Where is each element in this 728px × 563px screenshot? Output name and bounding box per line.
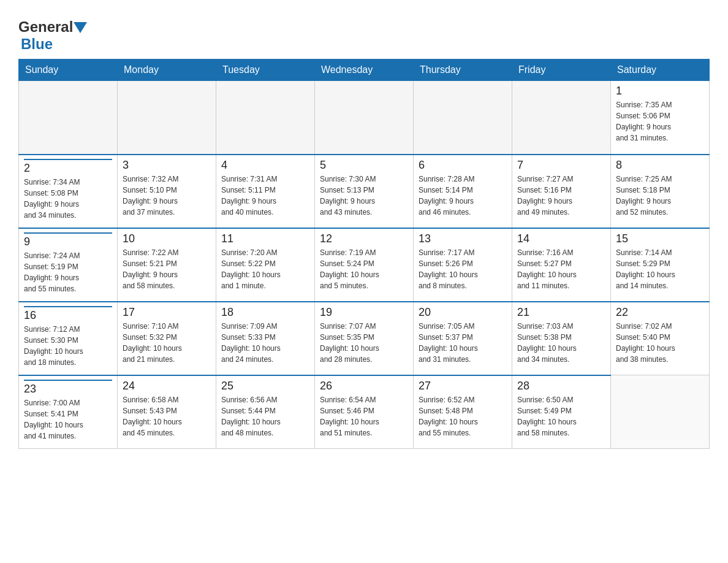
- svg-marker-0: [74, 22, 87, 33]
- calendar-cell: 22Sunrise: 7:02 AM Sunset: 5:40 PM Dayli…: [611, 302, 710, 375]
- calendar-cell: 21Sunrise: 7:03 AM Sunset: 5:38 PM Dayli…: [512, 302, 611, 375]
- calendar-cell: [414, 81, 512, 155]
- calendar-cell: [611, 375, 710, 449]
- day-info: Sunrise: 7:31 AM Sunset: 5:11 PM Dayligh…: [221, 174, 309, 218]
- calendar-cell: 13Sunrise: 7:17 AM Sunset: 5:26 PM Dayli…: [414, 228, 512, 302]
- day-info: Sunrise: 6:54 AM Sunset: 5:46 PM Dayligh…: [320, 394, 408, 439]
- day-info: Sunrise: 7:00 AM Sunset: 5:41 PM Dayligh…: [24, 397, 112, 442]
- calendar-cell: [512, 81, 611, 155]
- day-info: Sunrise: 7:35 AM Sunset: 5:06 PM Dayligh…: [616, 99, 704, 144]
- day-number: 24: [123, 380, 211, 393]
- day-info: Sunrise: 7:20 AM Sunset: 5:22 PM Dayligh…: [221, 247, 309, 291]
- day-info: Sunrise: 7:14 AM Sunset: 5:29 PM Dayligh…: [616, 247, 704, 291]
- day-number: 6: [419, 159, 507, 172]
- day-number: 23: [24, 380, 112, 396]
- day-number: 1: [616, 85, 704, 98]
- week-row-3: 9Sunrise: 7:24 AM Sunset: 5:19 PM Daylig…: [19, 228, 710, 302]
- calendar-cell: 16Sunrise: 7:12 AM Sunset: 5:30 PM Dayli…: [19, 302, 118, 375]
- day-number: 19: [320, 306, 408, 319]
- calendar-cell: 2Sunrise: 7:34 AM Sunset: 5:08 PM Daylig…: [19, 155, 118, 228]
- calendar-cell: 18Sunrise: 7:09 AM Sunset: 5:33 PM Dayli…: [216, 302, 315, 375]
- day-info: Sunrise: 6:52 AM Sunset: 5:48 PM Dayligh…: [419, 394, 507, 439]
- day-info: Sunrise: 7:19 AM Sunset: 5:24 PM Dayligh…: [320, 247, 408, 291]
- day-number: 26: [320, 380, 408, 393]
- calendar-cell: 4Sunrise: 7:31 AM Sunset: 5:11 PM Daylig…: [216, 155, 315, 228]
- day-info: Sunrise: 7:02 AM Sunset: 5:40 PM Dayligh…: [616, 321, 704, 365]
- day-info: Sunrise: 6:58 AM Sunset: 5:43 PM Dayligh…: [123, 394, 211, 439]
- day-info: Sunrise: 7:09 AM Sunset: 5:33 PM Dayligh…: [221, 321, 309, 365]
- calendar-cell: 20Sunrise: 7:05 AM Sunset: 5:37 PM Dayli…: [414, 302, 512, 375]
- day-info: Sunrise: 7:17 AM Sunset: 5:26 PM Dayligh…: [419, 247, 507, 291]
- weekday-header-friday: Friday: [512, 59, 611, 81]
- day-number: 14: [517, 232, 605, 245]
- page-header: General Blue: [18, 12, 710, 53]
- weekday-header-tuesday: Tuesday: [216, 59, 315, 81]
- week-row-4: 16Sunrise: 7:12 AM Sunset: 5:30 PM Dayli…: [19, 302, 710, 375]
- calendar-cell: 15Sunrise: 7:14 AM Sunset: 5:29 PM Dayli…: [611, 228, 710, 302]
- week-row-1: 1Sunrise: 7:35 AM Sunset: 5:06 PM Daylig…: [19, 81, 710, 155]
- calendar-cell: 27Sunrise: 6:52 AM Sunset: 5:48 PM Dayli…: [414, 375, 512, 449]
- calendar-cell: 23Sunrise: 7:00 AM Sunset: 5:41 PM Dayli…: [19, 375, 118, 449]
- day-number: 25: [221, 380, 309, 393]
- day-info: Sunrise: 7:34 AM Sunset: 5:08 PM Dayligh…: [24, 177, 112, 221]
- calendar-cell: 25Sunrise: 6:56 AM Sunset: 5:44 PM Dayli…: [216, 375, 315, 449]
- day-info: Sunrise: 7:10 AM Sunset: 5:32 PM Dayligh…: [123, 321, 211, 365]
- calendar-cell: 1Sunrise: 7:35 AM Sunset: 5:06 PM Daylig…: [611, 81, 710, 155]
- calendar-cell: 11Sunrise: 7:20 AM Sunset: 5:22 PM Dayli…: [216, 228, 315, 302]
- day-number: 10: [123, 232, 211, 245]
- weekday-header-thursday: Thursday: [414, 59, 512, 81]
- day-info: Sunrise: 7:30 AM Sunset: 5:13 PM Dayligh…: [320, 174, 408, 218]
- day-number: 18: [221, 306, 309, 319]
- day-number: 17: [123, 306, 211, 319]
- day-info: Sunrise: 6:56 AM Sunset: 5:44 PM Dayligh…: [221, 394, 309, 439]
- weekday-header-wednesday: Wednesday: [315, 59, 414, 81]
- logo[interactable]: General Blue: [18, 12, 87, 53]
- day-info: Sunrise: 7:16 AM Sunset: 5:27 PM Dayligh…: [517, 247, 605, 291]
- logo-general: General: [18, 18, 73, 36]
- day-number: 20: [419, 306, 507, 319]
- day-info: Sunrise: 7:24 AM Sunset: 5:19 PM Dayligh…: [24, 250, 112, 294]
- calendar-cell: 10Sunrise: 7:22 AM Sunset: 5:21 PM Dayli…: [118, 228, 216, 302]
- calendar-cell: 9Sunrise: 7:24 AM Sunset: 5:19 PM Daylig…: [19, 228, 118, 302]
- calendar-cell: 28Sunrise: 6:50 AM Sunset: 5:49 PM Dayli…: [512, 375, 611, 449]
- day-info: Sunrise: 7:12 AM Sunset: 5:30 PM Dayligh…: [24, 324, 112, 368]
- day-info: Sunrise: 7:28 AM Sunset: 5:14 PM Dayligh…: [419, 174, 507, 218]
- calendar-cell: 26Sunrise: 6:54 AM Sunset: 5:46 PM Dayli…: [315, 375, 414, 449]
- day-info: Sunrise: 7:25 AM Sunset: 5:18 PM Dayligh…: [616, 174, 704, 218]
- calendar-cell: 6Sunrise: 7:28 AM Sunset: 5:14 PM Daylig…: [414, 155, 512, 228]
- calendar-table: SundayMondayTuesdayWednesdayThursdayFrid…: [18, 59, 710, 449]
- calendar-cell: [118, 81, 216, 155]
- day-number: 3: [123, 159, 211, 172]
- day-number: 12: [320, 232, 408, 245]
- calendar-cell: 12Sunrise: 7:19 AM Sunset: 5:24 PM Dayli…: [315, 228, 414, 302]
- calendar-cell: 14Sunrise: 7:16 AM Sunset: 5:27 PM Dayli…: [512, 228, 611, 302]
- day-number: 13: [419, 232, 507, 245]
- calendar-cell: [216, 81, 315, 155]
- weekday-header-monday: Monday: [118, 59, 216, 81]
- day-info: Sunrise: 7:07 AM Sunset: 5:35 PM Dayligh…: [320, 321, 408, 365]
- week-row-2: 2Sunrise: 7:34 AM Sunset: 5:08 PM Daylig…: [19, 155, 710, 228]
- day-number: 2: [24, 159, 112, 175]
- day-info: Sunrise: 7:05 AM Sunset: 5:37 PM Dayligh…: [419, 321, 507, 365]
- day-number: 27: [419, 380, 507, 393]
- calendar-cell: 7Sunrise: 7:27 AM Sunset: 5:16 PM Daylig…: [512, 155, 611, 228]
- day-number: 5: [320, 159, 408, 172]
- logo-triangle-icon: [74, 22, 87, 33]
- day-number: 22: [616, 306, 704, 319]
- day-number: 16: [24, 306, 112, 322]
- day-number: 4: [221, 159, 309, 172]
- weekday-header-saturday: Saturday: [611, 59, 710, 81]
- calendar-cell: 5Sunrise: 7:30 AM Sunset: 5:13 PM Daylig…: [315, 155, 414, 228]
- day-number: 9: [24, 232, 112, 248]
- day-info: Sunrise: 7:03 AM Sunset: 5:38 PM Dayligh…: [517, 321, 605, 365]
- day-info: Sunrise: 7:32 AM Sunset: 5:10 PM Dayligh…: [123, 174, 211, 218]
- weekday-header-sunday: Sunday: [19, 59, 118, 81]
- calendar-cell: 19Sunrise: 7:07 AM Sunset: 5:35 PM Dayli…: [315, 302, 414, 375]
- weekday-header-row: SundayMondayTuesdayWednesdayThursdayFrid…: [19, 59, 710, 81]
- calendar-cell: 17Sunrise: 7:10 AM Sunset: 5:32 PM Dayli…: [118, 302, 216, 375]
- day-info: Sunrise: 6:50 AM Sunset: 5:49 PM Dayligh…: [517, 394, 605, 439]
- calendar-cell: 24Sunrise: 6:58 AM Sunset: 5:43 PM Dayli…: [118, 375, 216, 449]
- logo-blue: Blue: [21, 36, 53, 52]
- calendar-cell: 3Sunrise: 7:32 AM Sunset: 5:10 PM Daylig…: [118, 155, 216, 228]
- day-number: 7: [517, 159, 605, 172]
